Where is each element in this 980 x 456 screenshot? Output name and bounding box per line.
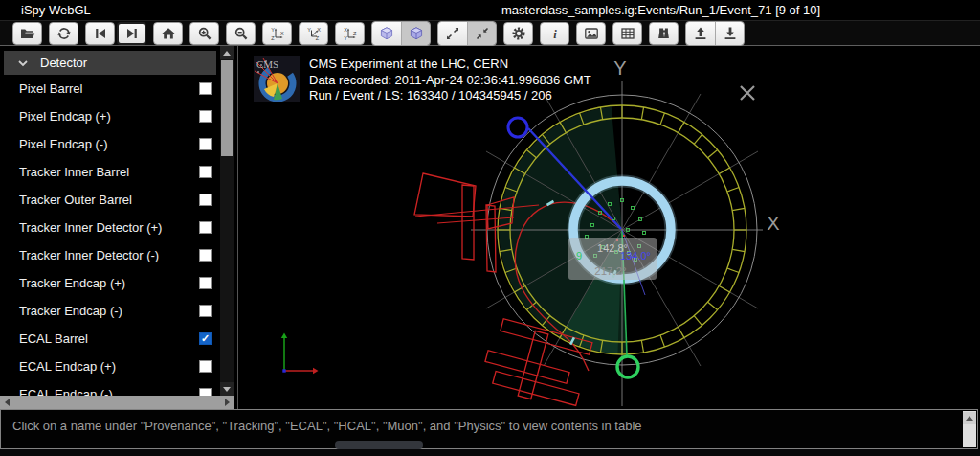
search-button[interactable]	[649, 22, 679, 45]
svg-text:Y: Y	[307, 26, 311, 32]
checkbox[interactable]	[199, 249, 212, 262]
item-label: Pixel Endcap (+)	[19, 109, 111, 124]
open-file-button[interactable]	[12, 22, 42, 45]
sidebar-item-pixel-endcap-plus[interactable]: Pixel Endcap (+)	[0, 103, 220, 130]
muon-endpoint-marker-green[interactable]	[617, 356, 638, 377]
settings-button[interactable]	[503, 22, 533, 45]
home-button[interactable]	[153, 22, 183, 45]
svg-text:X: X	[280, 30, 284, 35]
svg-text:Z: Z	[271, 35, 275, 41]
cube-orthographic-button[interactable]	[401, 22, 430, 45]
checkbox[interactable]	[199, 360, 212, 373]
binoculars-icon	[657, 26, 672, 41]
angle-right: 134.0°	[620, 250, 651, 262]
shrink-icon	[475, 26, 490, 41]
home-icon	[161, 26, 176, 41]
sidebar-item-tracker-outer-barrel[interactable]: Tracker Outer Barrel	[0, 186, 220, 214]
sidebar-horizontal-scrollbar[interactable]	[0, 396, 234, 409]
status-message: Click on a name under "Provenance", "Tra…	[12, 419, 642, 433]
checkbox[interactable]	[199, 305, 212, 317]
cross-marker[interactable]	[741, 86, 754, 100]
checkbox[interactable]	[199, 166, 212, 178]
sidebar-item-pixel-endcap-minus[interactable]: Pixel Endcap (-)	[0, 130, 220, 158]
left-arrow-icon	[5, 399, 10, 406]
axes-gizmo	[281, 333, 319, 375]
reload-button[interactable]	[49, 22, 78, 45]
checkbox[interactable]	[199, 332, 212, 345]
upload-button[interactable]	[686, 22, 715, 45]
svg-text:Y: Y	[344, 35, 347, 41]
status-scrollbar[interactable]	[963, 411, 976, 447]
svg-text:Y: Y	[271, 26, 275, 32]
enlarge-button[interactable]	[438, 22, 467, 45]
cms-logo-text: CMS	[256, 58, 278, 70]
event-info-line3: Run / Event / LS: 163340 / 104345945 / 2…	[309, 88, 591, 104]
item-label: Tracker Inner Detector (+)	[19, 220, 162, 235]
angle-bottom: 217.2°	[594, 265, 626, 277]
zoom-out-button[interactable]	[226, 22, 256, 45]
muon-endpoint-marker-blue[interactable]	[508, 118, 527, 137]
view-axes-xz-button[interactable]: XZY	[335, 22, 365, 45]
download-button[interactable]	[715, 22, 744, 45]
event-display-viewport[interactable]: Y X 142.8° 9 134.0° 217.2° CMS	[237, 46, 980, 409]
axis-label-x: X	[767, 213, 779, 234]
item-label: Tracker Outer Barrel	[19, 193, 132, 207]
detector-sidebar: Detector Pixel Barrel Pixel Endcap (+) P…	[0, 46, 237, 409]
angle-left: 9	[576, 250, 582, 262]
cms-logo: CMS	[254, 56, 300, 102]
step-forward-icon	[124, 26, 140, 41]
open-file-icon	[20, 26, 35, 41]
scroll-up-button[interactable]	[220, 46, 234, 59]
cube-perspective-button[interactable]	[372, 22, 401, 45]
bottom-scrollbar-thumb[interactable]	[335, 441, 423, 449]
item-label: Tracker Endcap (-)	[19, 304, 122, 318]
reload-icon	[56, 26, 72, 41]
svg-text:X: X	[344, 26, 347, 32]
sidebar-item-tracker-inner-detector-plus[interactable]: Tracker Inner Detector (+)	[0, 214, 220, 241]
screenshot-button[interactable]	[576, 22, 606, 45]
event-info: CMS Experiment at the LHC, CERN Data rec…	[309, 57, 591, 104]
info-button[interactable]: i	[540, 22, 569, 45]
view-axes-perspective-icon: YXZ	[306, 26, 322, 41]
checkbox[interactable]	[199, 110, 212, 123]
view-axes-yx-button[interactable]: YXZ	[262, 22, 292, 45]
shrink-button[interactable]	[467, 22, 496, 45]
checkbox[interactable]	[199, 138, 212, 150]
table-icon	[620, 26, 635, 41]
scroll-right-button[interactable]	[220, 396, 234, 409]
detector-list: Pixel Barrel Pixel Endcap (+) Pixel Endc…	[0, 75, 220, 408]
view-axes-perspective-button[interactable]: YXZ	[299, 22, 328, 45]
sidebar-item-tracker-endcap-minus[interactable]: Tracker Endcap (-)	[0, 297, 220, 325]
sidebar-item-tracker-endcap-plus[interactable]: Tracker Endcap (+)	[0, 269, 220, 297]
view-axes-yx-icon: YXZ	[270, 26, 285, 41]
next-event-button[interactable]	[117, 22, 146, 45]
download-icon	[723, 26, 738, 41]
checkbox[interactable]	[199, 221, 212, 234]
scrollbar-thumb[interactable]	[221, 60, 233, 156]
detector-section-header[interactable]: Detector	[4, 51, 216, 75]
zoom-in-icon	[197, 26, 212, 41]
scroll-down-button[interactable]	[220, 382, 234, 396]
up-arrow-icon	[966, 416, 973, 421]
zoom-in-button[interactable]	[189, 22, 219, 45]
checkbox[interactable]	[199, 277, 212, 289]
event-file-path: masterclass_samples.ig:Events/Run_1/Even…	[501, 3, 820, 17]
sidebar-item-ecal-endcap-plus[interactable]: ECAL Endcap (+)	[0, 353, 220, 380]
scroll-left-button[interactable]	[0, 396, 13, 409]
sidebar-vertical-scrollbar[interactable]	[220, 46, 234, 396]
checkbox[interactable]	[199, 194, 212, 206]
scroll-up-button[interactable]	[963, 412, 976, 424]
sidebar-item-pixel-barrel[interactable]: Pixel Barrel	[0, 75, 220, 103]
upload-icon	[693, 26, 708, 41]
app-title: iSpy WebGL	[21, 3, 91, 17]
sidebar-item-tracker-inner-detector-minus[interactable]: Tracker Inner Detector (-)	[0, 241, 220, 269]
checkbox[interactable]	[199, 82, 212, 95]
item-label: Tracker Inner Detector (-)	[19, 248, 159, 262]
sidebar-item-tracker-inner-barrel[interactable]: Tracker Inner Barrel	[0, 158, 220, 186]
sidebar-item-ecal-barrel[interactable]: ECAL Barrel	[0, 325, 220, 353]
axis-label-y: Y	[613, 57, 626, 79]
orthographic-cube-icon	[409, 26, 424, 41]
table-view-button[interactable]	[612, 22, 642, 45]
bottom-strip	[0, 449, 980, 456]
previous-event-button[interactable]	[85, 22, 115, 45]
